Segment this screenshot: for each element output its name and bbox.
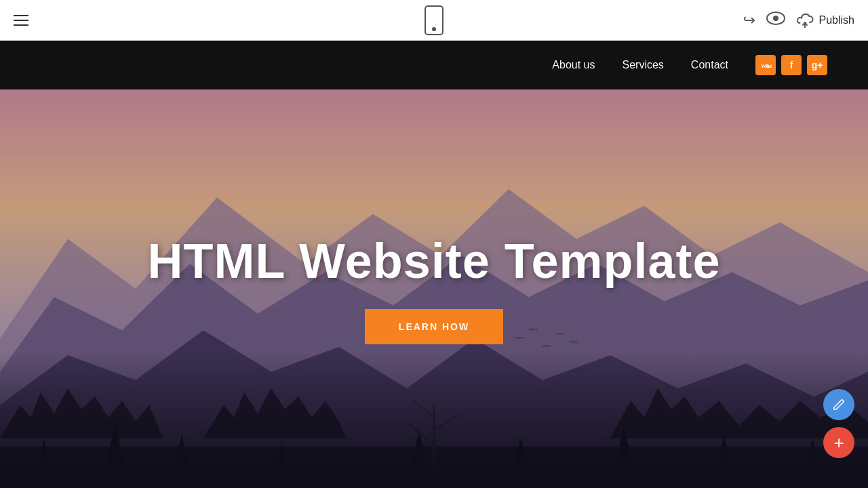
hero-title: HTML Website Template [147, 233, 720, 289]
eye-icon[interactable] [766, 12, 785, 29]
hero-gradient-overlay [0, 352, 868, 488]
facebook-icon[interactable]: f [781, 55, 802, 75]
toolbar: ↩ Publish [0, 0, 868, 41]
hero-section: HTML Website Template LEARN HOW [0, 89, 868, 488]
toolbar-center [425, 5, 443, 35]
nav-link-services[interactable]: Services [623, 59, 664, 71]
youtube-icon[interactable]: You Tube [755, 55, 776, 75]
toolbar-left [14, 15, 28, 26]
fab-edit-button[interactable] [823, 389, 854, 420]
nav-link-contact[interactable]: Contact [691, 59, 728, 71]
svg-point-1 [773, 16, 778, 21]
fab-add-button[interactable]: + [823, 427, 854, 458]
publish-label: Publish [819, 14, 854, 26]
google-plus-icon[interactable]: g+ [807, 55, 827, 75]
mobile-preview-icon[interactable] [425, 5, 443, 35]
undo-icon[interactable]: ↩ [743, 12, 755, 29]
svg-text:Tube: Tube [766, 64, 772, 68]
cloud-upload-icon [796, 13, 814, 28]
hamburger-icon[interactable] [14, 15, 28, 26]
toolbar-right: ↩ Publish [743, 12, 854, 29]
learn-how-button[interactable]: LEARN HOW [365, 309, 503, 344]
publish-button[interactable]: Publish [796, 13, 854, 28]
navbar: About us Services Contact You Tube f g+ [0, 41, 868, 89]
nav-link-about[interactable]: About us [552, 59, 595, 71]
social-icons: You Tube f g+ [755, 55, 827, 75]
